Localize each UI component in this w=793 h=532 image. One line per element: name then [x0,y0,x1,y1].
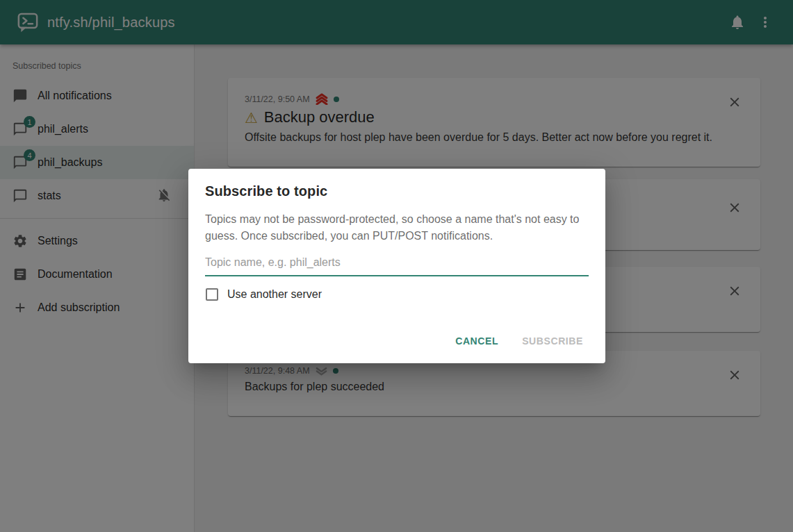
checkbox-box-icon [206,288,218,301]
use-another-server-checkbox[interactable]: Use another server [205,288,589,301]
subscribe-button[interactable]: SUBSCRIBE [516,330,589,352]
cancel-button[interactable]: CANCEL [450,330,504,352]
ntfy-app: ntfy.sh/phil_backups Subscribed topics A… [0,0,793,532]
checkbox-label: Use another server [227,288,322,301]
dialog-title: Subscribe to topic [205,183,589,199]
topic-name-input[interactable] [205,253,589,276]
dialog-description: Topics may not be password-protected, so… [205,211,589,244]
dialog-actions: CANCEL SUBSCRIBE [205,330,589,358]
subscribe-dialog: Subscribe to topic Topics may not be pas… [188,169,605,363]
